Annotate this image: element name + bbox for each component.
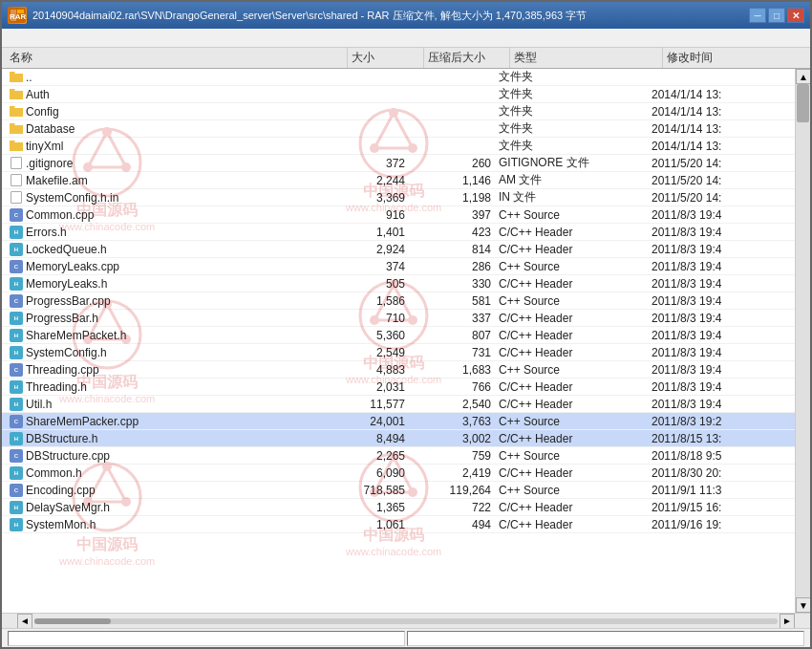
file-list[interactable]: ..文件夹Auth文件夹2014/1/14 13:Config文件夹2014/1… <box>2 69 795 613</box>
file-name-label: SystemConfig.h <box>26 346 107 359</box>
table-row[interactable]: CCommon.cpp916397C++ Source2011/8/3 19:4 <box>2 206 795 224</box>
file-packed-cell: 814 <box>409 243 495 256</box>
file-packed-cell: 1,146 <box>409 174 495 187</box>
table-row[interactable]: HMemoryLeaks.h505330C/C++ Header2011/8/3… <box>2 275 795 292</box>
table-row[interactable]: HShareMemPacket.h5,360807C/C++ Header201… <box>2 327 795 344</box>
hscroll-track[interactable] <box>34 618 778 624</box>
file-icon: C <box>10 363 23 377</box>
file-modified-cell: 2014/1/14 13: <box>648 140 791 153</box>
col-packed[interactable]: 压缩后大小 <box>424 48 510 68</box>
file-type-cell: C/C++ Header <box>495 346 648 359</box>
file-type-cell: C/C++ Header <box>495 501 648 514</box>
minimize-button[interactable]: ─ <box>749 8 766 23</box>
table-row[interactable]: CEncoding.cpp718,585119,264C++ Source201… <box>2 482 795 499</box>
file-modified-cell: 2011/5/20 14: <box>648 174 791 187</box>
table-row[interactable]: HDelaySaveMgr.h1,365722C/C++ Header2011/… <box>2 499 795 516</box>
file-name-cell: HUtil.h <box>6 398 332 411</box>
table-row[interactable]: HThreading.h2,031766C/C++ Header2011/8/3… <box>2 379 795 396</box>
close-button[interactable]: ✕ <box>787 8 804 23</box>
table-row[interactable]: HUtil.h11,5772,540C/C++ Header2011/8/3 1… <box>2 396 795 413</box>
table-row[interactable]: SystemConfig.h.in3,3691,198IN 文件2011/5/2… <box>2 189 795 206</box>
table-row[interactable]: ..文件夹 <box>2 69 795 86</box>
table-row[interactable]: CShareMemPacker.cpp24,0013,763C++ Source… <box>2 413 795 430</box>
file-modified-cell: 2014/1/14 13: <box>648 122 791 136</box>
scroll-track[interactable] <box>796 84 810 597</box>
menu-bar <box>2 29 810 48</box>
table-row[interactable]: tinyXml文件夹2014/1/14 13: <box>2 138 795 155</box>
table-row[interactable]: HProgressBar.h710337C/C++ Header2011/8/3… <box>2 310 795 327</box>
file-name-cell: HDBStructure.h <box>6 432 332 445</box>
file-icon: H <box>10 346 23 359</box>
table-row[interactable]: HSystemConfig.h2,549731C/C++ Header2011/… <box>2 344 795 361</box>
file-packed-cell: 3,002 <box>409 432 495 445</box>
file-modified-cell: 2011/8/3 19:4 <box>648 277 791 291</box>
file-modified-cell: 2011/8/18 9:5 <box>648 449 791 463</box>
maximize-button[interactable]: □ <box>768 8 785 23</box>
file-modified-cell: 2011/8/3 19:4 <box>648 380 791 394</box>
file-size-cell: 505 <box>332 277 409 291</box>
table-row[interactable]: Database文件夹2014/1/14 13: <box>2 120 795 138</box>
table-row[interactable]: HCommon.h6,0902,419C/C++ Header2011/8/30… <box>2 465 795 482</box>
file-type-cell: C++ Source <box>495 363 648 377</box>
scroll-up-button[interactable]: ▲ <box>796 69 810 84</box>
file-icon <box>10 191 23 205</box>
file-modified-cell: 2011/8/3 19:4 <box>648 208 791 222</box>
file-icon: H <box>10 398 23 411</box>
file-packed-cell: 759 <box>409 449 495 463</box>
file-size-cell: 2,924 <box>332 243 409 256</box>
file-icon: C <box>10 415 23 428</box>
file-name-cell: CMemoryLeaks.cpp <box>6 260 332 273</box>
file-modified-cell: 2011/9/1 11:3 <box>648 484 791 497</box>
file-icon <box>10 174 23 187</box>
status-total <box>407 631 804 646</box>
file-size-cell: 6,090 <box>332 466 409 480</box>
file-size-cell: 5,360 <box>332 329 409 342</box>
file-name-cell: tinyXml <box>6 140 332 153</box>
file-name-label: Common.cpp <box>26 208 94 222</box>
col-size[interactable]: 大小 <box>348 48 424 68</box>
file-icon: C <box>10 260 23 273</box>
horizontal-scrollbar[interactable]: ◄ ► <box>2 613 810 628</box>
table-row[interactable]: .gitignore372260GITIGNORE 文件2011/5/20 14… <box>2 155 795 172</box>
file-name-label: LockedQueue.h <box>26 243 107 256</box>
file-name-cell: HLockedQueue.h <box>6 243 332 256</box>
file-icon: C <box>10 449 23 463</box>
file-modified-cell: 2014/1/14 13: <box>648 105 791 119</box>
table-row[interactable]: HErrors.h1,401423C/C++ Header2011/8/3 19… <box>2 224 795 241</box>
file-type-cell: C++ Source <box>495 484 648 497</box>
file-name-label: SystemMon.h <box>26 518 96 531</box>
file-icon <box>10 105 23 119</box>
file-packed-cell: 2,540 <box>409 398 495 411</box>
col-name[interactable]: 名称 <box>6 48 348 68</box>
file-type-cell: 文件夹 <box>495 138 648 154</box>
scroll-thumb[interactable] <box>797 84 809 122</box>
table-row[interactable]: HDBStructure.h8,4943,002C/C++ Header2011… <box>2 430 795 447</box>
file-icon: H <box>10 243 23 256</box>
table-row[interactable]: HLockedQueue.h2,924814C/C++ Header2011/8… <box>2 241 795 258</box>
file-packed-cell: 731 <box>409 346 495 359</box>
file-size-cell: 2,031 <box>332 380 409 394</box>
hscroll-right-button[interactable]: ► <box>780 614 795 629</box>
vertical-scrollbar[interactable]: ▲ ▼ <box>795 69 810 613</box>
table-row[interactable]: CThreading.cpp4,8831,683C++ Source2011/8… <box>2 361 795 379</box>
hscroll-left-button[interactable]: ◄ <box>17 614 32 629</box>
table-row[interactable]: CDBStructure.cpp2,265759C++ Source2011/8… <box>2 447 795 465</box>
col-modified[interactable]: 修改时间 <box>663 48 806 68</box>
table-row[interactable]: CProgressBar.cpp1,586581C++ Source2011/8… <box>2 292 795 310</box>
window-title: 20140904daimai02.rar\SVN\DrangoGeneral_s… <box>32 9 743 23</box>
col-type[interactable]: 类型 <box>510 48 663 68</box>
file-packed-cell: 1,683 <box>409 363 495 377</box>
file-name-label: Auth <box>26 88 50 101</box>
scroll-down-button[interactable]: ▼ <box>796 597 810 613</box>
hscroll-thumb[interactable] <box>34 618 111 624</box>
file-name-label: Util.h <box>26 398 52 411</box>
table-row[interactable]: Auth文件夹2014/1/14 13: <box>2 86 795 103</box>
table-row[interactable]: Makefile.am2,2441,146AM 文件2011/5/20 14: <box>2 172 795 189</box>
table-row[interactable]: CMemoryLeaks.cpp374286C++ Source2011/8/3… <box>2 258 795 275</box>
file-type-cell: C/C++ Header <box>495 226 648 239</box>
table-row[interactable]: HSystemMon.h1,061494C/C++ Header2011/9/1… <box>2 516 795 533</box>
file-modified-cell: 2011/9/15 16: <box>648 501 791 514</box>
file-type-cell: 文件夹 <box>495 120 648 137</box>
file-icon: C <box>10 294 23 308</box>
table-row[interactable]: Config文件夹2014/1/14 13: <box>2 103 795 120</box>
